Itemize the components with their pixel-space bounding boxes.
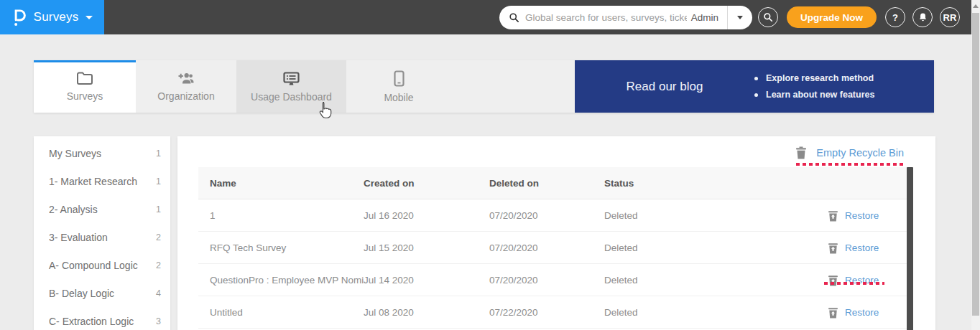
dashboard-icon [282, 71, 300, 86]
cell-created-on: Jul 14 2020 [364, 275, 489, 286]
tab-label: Organization [157, 90, 214, 102]
cell-deleted-on: 07/22/2020 [489, 307, 604, 318]
app-screen: Surveys Admin Upgrade Now ? [0, 0, 980, 330]
search-icon [499, 12, 525, 23]
page-scrollbar[interactable] [971, 0, 980, 330]
trash-icon [795, 146, 807, 159]
restore-button[interactable]: Restore [828, 242, 907, 254]
cell-created-on: Jul 08 2020 [364, 307, 489, 318]
folder-count: 4 [156, 288, 161, 298]
folder-label: 2- Analysis [49, 204, 98, 215]
tab-mobile[interactable]: Mobile [346, 60, 451, 113]
restore-label: Restore [845, 210, 879, 221]
banner-bullet-text: Explore research method [766, 73, 874, 83]
cell-created-on: Jul 15 2020 [364, 242, 489, 253]
table-row: 1 Jul 16 2020 07/20/2020 Deleted Restore [198, 199, 907, 232]
banner-title[interactable]: Read our blog [575, 80, 754, 94]
group-add-icon [177, 71, 195, 85]
help-button[interactable]: ? [885, 7, 905, 27]
tab-strip-filler [451, 60, 575, 113]
restore-label: Restore [845, 242, 879, 253]
trash-restore-icon [828, 209, 838, 222]
folder-count: 1 [156, 176, 161, 187]
table-scrollbar[interactable] [907, 167, 913, 330]
folder-label: 1- Market Research [49, 176, 137, 187]
cell-status: Deleted [604, 275, 828, 286]
product-name: Surveys [34, 10, 79, 24]
restore-button[interactable]: Restore [828, 306, 907, 319]
questionpro-logo-icon [11, 8, 27, 27]
folders-sidebar: My Surveys 1 1- Market Research 1 2- Ana… [34, 136, 170, 330]
cell-status: Deleted [604, 210, 828, 221]
table-row: QuestionPro : Employee MVP Nomination Ju… [198, 264, 907, 296]
empty-recycle-bin-button[interactable]: Empty Recycle Bin [795, 146, 904, 159]
search-input[interactable] [525, 12, 687, 23]
header-deleted-on: Deleted on [489, 178, 604, 189]
question-icon: ? [892, 12, 898, 23]
sidebar-item-market-research[interactable]: 1- Market Research 1 [34, 167, 170, 195]
cell-created-on: Jul 16 2020 [364, 210, 489, 221]
scroll-up-button[interactable] [971, 0, 980, 12]
search-button[interactable] [758, 7, 778, 27]
bullet-dot-icon [754, 93, 758, 97]
restore-label: Restore [845, 307, 879, 318]
topbar-actions: Admin Upgrade Now ? RR [499, 6, 971, 29]
header-name: Name [198, 178, 364, 189]
banner-bullet-text: Learn about new features [766, 90, 874, 100]
folder-count: 1 [156, 204, 161, 214]
empty-recycle-bin-label: Empty Recycle Bin [816, 147, 904, 159]
search-scope-label: Admin [687, 12, 727, 23]
folder-label: A- Compound Logic [49, 260, 138, 271]
sidebar-item-evaluation[interactable]: 3- Evaluation 2 [34, 223, 170, 251]
tab-surveys[interactable]: Surveys [34, 60, 136, 113]
scrollbar-thumb[interactable] [972, 13, 979, 316]
cell-name: RFQ Tech Survey [198, 242, 364, 253]
banner-bullet: Explore research method [754, 73, 874, 83]
search-scope-dropdown[interactable] [728, 6, 752, 29]
recycle-bin-panel: Empty Recycle Bin Name Created on Delete… [177, 136, 935, 330]
trash-restore-icon [828, 242, 838, 254]
cell-name: Untitled [198, 307, 364, 318]
tour-highlight-underline [796, 163, 905, 166]
table-header-row: Name Created on Deleted on Status [198, 167, 907, 199]
folder-label: My Surveys [49, 148, 101, 159]
avatar[interactable]: RR [940, 7, 960, 27]
folder-label: 3- Evaluation [49, 232, 108, 243]
sidebar-item-extraction-logic[interactable]: C- Extraction Logic 3 [34, 307, 170, 330]
folder-icon [76, 71, 93, 85]
product-switcher[interactable]: Surveys [0, 0, 104, 34]
tab-organization[interactable]: Organization [136, 60, 236, 113]
deleted-surveys-table: Name Created on Deleted on Status 1 Jul … [198, 167, 907, 329]
tab-usage-dashboard[interactable]: Usage Dashboard [236, 60, 346, 113]
cell-deleted-on: 07/20/2020 [489, 275, 604, 286]
module-tabs: Surveys Organization Usage Dashboard Mob… [34, 60, 934, 113]
notifications-button[interactable] [912, 7, 933, 27]
bell-icon [917, 12, 928, 23]
sidebar-item-analysis[interactable]: 2- Analysis 1 [34, 195, 170, 223]
scroll-up-icon [973, 4, 979, 8]
upgrade-now-button[interactable]: Upgrade Now [787, 6, 877, 28]
sidebar-item-delay-logic[interactable]: B- Delay Logic 4 [34, 279, 170, 307]
table-row: Untitled Jul 08 2020 07/22/2020 Deleted … [198, 296, 907, 329]
tour-highlight-underline [824, 282, 884, 285]
folder-label: B- Delay Logic [49, 288, 114, 299]
mobile-icon [394, 70, 405, 87]
cell-deleted-on: 07/20/2020 [489, 210, 604, 221]
avatar-initials: RR [943, 12, 957, 23]
restore-button[interactable]: Restore [828, 274, 907, 286]
tab-label: Usage Dashboard [251, 91, 332, 103]
chevron-down-icon [85, 16, 93, 19]
table-row: RFQ Tech Survey Jul 15 2020 07/20/2020 D… [198, 232, 907, 264]
tab-label: Mobile [384, 92, 413, 103]
folder-count: 3 [156, 316, 161, 326]
sidebar-item-compound-logic[interactable]: A- Compound Logic 2 [34, 251, 170, 279]
folder-count: 2 [156, 260, 161, 270]
blog-banner[interactable]: Read our blog Explore research method Le… [575, 60, 934, 113]
header-status: Status [604, 178, 828, 189]
cell-name: QuestionPro : Employee MVP Nomination [198, 275, 364, 286]
folder-label: C- Extraction Logic [49, 316, 134, 327]
bullet-dot-icon [754, 77, 758, 80]
folder-count: 1 [156, 148, 161, 159]
restore-button[interactable]: Restore [828, 209, 907, 222]
sidebar-item-my-surveys[interactable]: My Surveys 1 [34, 139, 170, 167]
